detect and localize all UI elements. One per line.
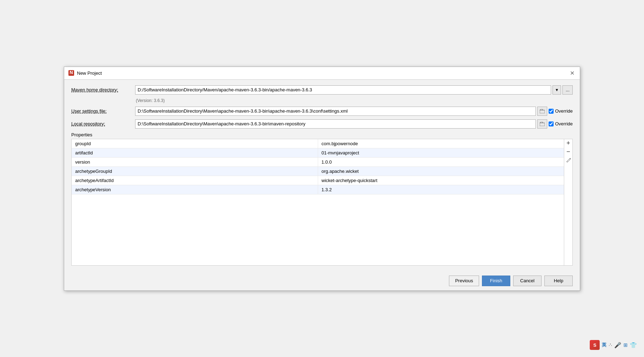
table-row[interactable]: archetypeGroupIdorg.apache.wicket <box>72 166 564 176</box>
new-project-dialog: N New Project ✕ Maven home directory: ▾ … <box>64 67 580 291</box>
local-repo-input[interactable] <box>135 119 536 129</box>
local-repo-override-label: Override <box>555 121 573 126</box>
maven-home-row: Maven home directory: ▾ ... <box>71 85 573 95</box>
user-settings-label: User settings file: <box>71 108 135 114</box>
local-repo-row: Local repository: Override <box>71 119 573 129</box>
table-row[interactable]: archetypeVersion1.3.2 <box>72 185 564 194</box>
maven-home-browse-btn[interactable]: ... <box>562 85 573 95</box>
table-row[interactable]: version1.0.0 <box>72 157 564 166</box>
dialog-title: New Project <box>77 70 102 76</box>
property-value: org.apache.wicket <box>318 166 564 176</box>
app-icon: N <box>68 70 74 76</box>
finish-button[interactable]: Finish <box>482 276 510 286</box>
svg-rect-3 <box>540 123 545 126</box>
table-row[interactable]: groupIdcom.bjpowernode <box>72 139 564 148</box>
tray-grid-icon[interactable]: ⊞ <box>623 342 628 348</box>
local-repo-override-checkbox[interactable] <box>549 121 554 126</box>
user-settings-input-group: Override <box>135 107 573 116</box>
svg-rect-2 <box>540 110 545 113</box>
edit-property-button[interactable] <box>564 156 573 165</box>
user-settings-override-checkbox[interactable] <box>549 109 554 114</box>
system-tray: S 英 ·'· 🎤 ⊞ 👕 <box>590 340 637 350</box>
add-property-button[interactable]: + <box>564 139 573 148</box>
footer-area: Previous Finish Cancel Help <box>64 271 580 290</box>
title-bar: N New Project ✕ <box>64 67 580 80</box>
user-settings-override-group: Override <box>549 108 573 114</box>
properties-outer: groupIdcom.bjpowernodeartifactId01-mvnja… <box>71 139 573 266</box>
local-repo-override-group: Override <box>549 121 573 126</box>
properties-title: Properties <box>71 132 573 137</box>
property-value: wicket-archetype-quickstart <box>318 176 564 185</box>
property-key: groupId <box>72 139 318 148</box>
table-row[interactable]: artifactId01-mvnjavaproject <box>72 148 564 157</box>
side-buttons-col: + − <box>564 139 572 265</box>
empty-table-area <box>72 194 564 265</box>
property-key: archetypeArtifactId <box>72 176 318 185</box>
local-repo-input-group: Override <box>135 119 573 129</box>
properties-table: groupIdcom.bjpowernodeartifactId01-mvnja… <box>72 139 564 194</box>
sogou-icon[interactable]: S <box>590 340 600 350</box>
tray-lang[interactable]: 英 <box>602 342 606 348</box>
property-key: artifactId <box>72 148 318 157</box>
maven-home-input-group: ▾ ... <box>135 85 573 95</box>
properties-content: groupIdcom.bjpowernodeartifactId01-mvnja… <box>72 139 564 265</box>
cancel-button[interactable]: Cancel <box>513 276 542 286</box>
tray-shirt-icon[interactable]: 👕 <box>630 342 637 348</box>
local-repo-browse-btn[interactable] <box>537 119 547 129</box>
maven-version-text: (Version: 3.6.3) <box>136 98 573 103</box>
remove-property-button[interactable]: − <box>564 148 573 156</box>
maven-home-input[interactable] <box>135 85 551 95</box>
properties-section: Properties groupIdcom.bjpowernodeartifac… <box>71 132 573 266</box>
previous-button[interactable]: Previous <box>449 276 479 286</box>
tray-dots: ·'· <box>609 342 612 348</box>
user-settings-browse-btn[interactable] <box>537 107 547 116</box>
property-value: 01-mvnjavaproject <box>318 148 564 157</box>
property-value: 1.0.0 <box>318 157 564 166</box>
property-key: archetypeGroupId <box>72 166 318 176</box>
svg-text:N: N <box>70 71 73 75</box>
maven-home-label: Maven home directory: <box>71 87 135 92</box>
table-row[interactable]: archetypeArtifactIdwicket-archetype-quic… <box>72 176 564 185</box>
property-value: 1.3.2 <box>318 185 564 194</box>
help-button[interactable]: Help <box>544 276 573 286</box>
property-key: archetypeVersion <box>72 185 318 194</box>
dialog-content: Maven home directory: ▾ ... (Version: 3.… <box>64 80 580 271</box>
close-button[interactable]: ✕ <box>568 69 576 76</box>
property-value: com.bjpowernode <box>318 139 564 148</box>
local-repo-label: Local repository: <box>71 121 135 126</box>
user-settings-override-label: Override <box>555 108 573 114</box>
tray-mic-icon[interactable]: 🎤 <box>614 342 621 348</box>
maven-home-dropdown-btn[interactable]: ▾ <box>553 85 561 95</box>
user-settings-row: User settings file: Override <box>71 107 573 116</box>
user-settings-input[interactable] <box>135 107 536 116</box>
title-bar-left: N New Project <box>68 70 102 76</box>
property-key: version <box>72 157 318 166</box>
